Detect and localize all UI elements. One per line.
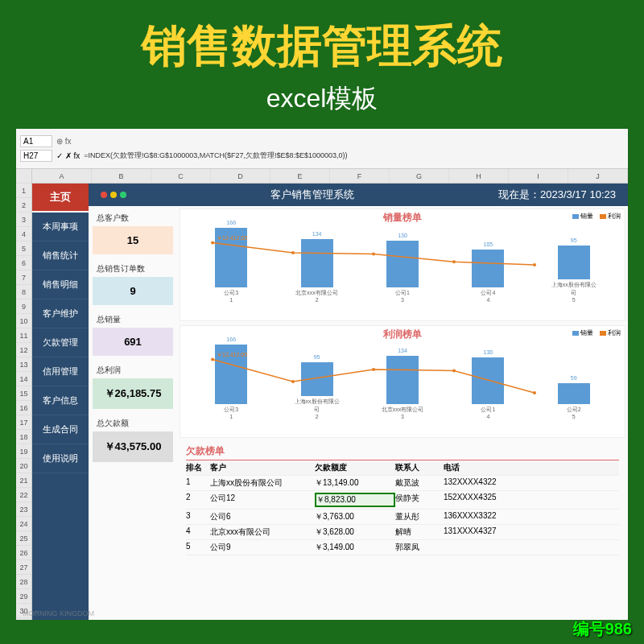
legend-box-icon <box>600 214 606 219</box>
bar-group: 130公司14 <box>464 357 512 419</box>
col-header[interactable]: H <box>449 169 509 183</box>
row-header[interactable]: 23 <box>16 502 31 517</box>
watermark: MORNING KINGDOM <box>23 609 94 617</box>
col-header[interactable]: I <box>509 169 568 183</box>
row-header[interactable]: 2 <box>16 198 31 213</box>
name-box-1[interactable]: A1 <box>20 135 52 147</box>
row-header[interactable]: 22 <box>16 488 31 502</box>
col-header[interactable]: D <box>211 169 270 183</box>
debt-cell[interactable]: 戴觅波 <box>395 477 444 489</box>
bar-value-label: 95 <box>571 237 577 243</box>
sidebar-item[interactable]: 使用说明 <box>32 444 89 473</box>
debt-cell[interactable]: 152XXXX4325 <box>444 493 619 507</box>
col-header[interactable]: J <box>568 169 628 183</box>
debt-cell[interactable]: 北京xxx有限公司 <box>210 526 315 538</box>
debt-cell[interactable]: ￥8,823.00 <box>315 493 395 507</box>
debt-cell[interactable]: ￥3,149.00 <box>315 542 395 553</box>
row-header[interactable]: 18 <box>16 430 31 444</box>
debt-cell[interactable]: 131XXXX4327 <box>444 526 619 538</box>
row-header[interactable]: 3 <box>16 213 31 227</box>
sidebar-home[interactable]: 主页 <box>32 184 89 213</box>
row-header[interactable]: 27 <box>16 560 31 575</box>
debt-cell[interactable]: 4 <box>186 526 210 538</box>
sidebar-item[interactable]: 欠款管理 <box>32 328 89 357</box>
col-header[interactable]: G <box>390 169 449 183</box>
debt-cell[interactable]: 侯静芙 <box>395 493 444 507</box>
circle-red <box>101 192 107 198</box>
sidebar-item[interactable]: 客户信息 <box>32 386 89 415</box>
sidebar-item[interactable]: 生成合同 <box>32 415 89 444</box>
stat-block: 总欠款额￥43,575.00 <box>93 415 173 462</box>
bar-category: 公司13 <box>378 289 427 303</box>
col-header[interactable]: F <box>330 169 390 183</box>
debt-cell[interactable]: 1 <box>186 477 210 489</box>
col-header[interactable]: B <box>92 169 151 183</box>
debt-row[interactable]: 2公司12￥8,823.00侯静芙152XXXX4325 <box>186 491 619 510</box>
bar-value-label: 166 <box>226 336 236 342</box>
row-headers[interactable]: 1234567891011121314151617181920212223242… <box>16 169 32 620</box>
debt-cell[interactable]: 公司6 <box>210 511 315 522</box>
row-header[interactable]: 14 <box>16 372 31 386</box>
row-header[interactable]: 12 <box>16 343 31 357</box>
row-header[interactable]: 5 <box>16 242 31 256</box>
sidebar-item[interactable]: 本周事项 <box>32 213 89 242</box>
bar-value-label: 105 <box>484 242 493 247</box>
bar-group: 134北京xxx有限公司3 <box>378 356 427 419</box>
row-header[interactable]: 15 <box>16 386 31 401</box>
debt-row[interactable]: 5公司9￥3,149.00郭翠凤 <box>186 540 619 555</box>
row-header[interactable]: 7 <box>16 270 31 285</box>
debt-row[interactable]: 1上海xx股份有限公司￥13,149.00戴觅波132XXXX4322 <box>186 476 619 491</box>
sidebar-item[interactable]: 销售明细 <box>32 270 89 299</box>
row-header[interactable]: 9 <box>16 299 31 314</box>
row-header[interactable]: 13 <box>16 357 31 372</box>
debt-cell[interactable]: ￥13,149.00 <box>315 477 395 489</box>
debt-cell[interactable]: ￥3,628.00 <box>315 526 395 538</box>
row-header[interactable]: 26 <box>16 546 31 560</box>
debt-row[interactable]: 3公司6￥3,763.00董从彤136XXXX3322 <box>186 510 619 525</box>
sidebar-item[interactable]: 销售统计 <box>32 242 89 270</box>
debt-cell[interactable]: ￥3,763.00 <box>315 511 395 522</box>
row-header[interactable]: 19 <box>16 444 31 459</box>
row-header[interactable]: 29 <box>16 589 31 604</box>
debt-cell[interactable]: 郭翠凤 <box>395 542 444 553</box>
debt-cell[interactable]: 2 <box>186 493 210 507</box>
row-header[interactable]: 10 <box>16 314 31 328</box>
row-header[interactable]: 11 <box>16 328 31 343</box>
sidebar-item[interactable]: 客户维护 <box>32 299 89 328</box>
col-header[interactable]: A <box>32 169 92 183</box>
col-headers[interactable]: ABCDEFGHIJ <box>32 169 628 184</box>
row-header[interactable]: 1 <box>16 184 31 198</box>
svg-point-2 <box>372 252 375 255</box>
row-header[interactable]: 24 <box>16 517 31 531</box>
formula-input[interactable]: =INDEX(欠款管理!G$8:G$1000003,MATCH($F27,欠款管… <box>84 151 624 161</box>
sidebar-item[interactable]: 信用管理 <box>32 357 89 386</box>
col-header[interactable]: C <box>151 169 211 183</box>
name-box-2[interactable]: H27 <box>20 150 52 162</box>
row-header[interactable]: 31 <box>16 618 31 620</box>
row-header[interactable]: 25 <box>16 531 31 546</box>
row-header[interactable]: 6 <box>16 256 31 270</box>
row-header[interactable]: 28 <box>16 575 31 589</box>
debt-cell[interactable]: 公司9 <box>210 542 315 553</box>
row-header[interactable]: 20 <box>16 459 31 473</box>
row-header[interactable]: 8 <box>16 285 31 299</box>
fx-icon[interactable]: ⊕ fx <box>56 137 72 146</box>
stat-label: 总客户数 <box>93 210 173 226</box>
debt-row[interactable]: 4北京xxx有限公司￥3,628.00解晴131XXXX4327 <box>186 525 619 540</box>
debt-cell[interactable]: 132XXXX4322 <box>444 477 619 489</box>
debt-cell[interactable]: 上海xx股份有限公司 <box>210 477 315 489</box>
debt-cell[interactable]: 5 <box>186 542 210 553</box>
debt-cell[interactable]: 136XXXX3322 <box>444 511 619 522</box>
debt-cell[interactable]: 公司12 <box>210 493 315 507</box>
svg-point-9 <box>452 369 456 372</box>
debt-cell[interactable] <box>444 542 619 553</box>
debt-cell[interactable]: 3 <box>186 511 210 522</box>
debt-cell[interactable]: 董从彤 <box>395 511 444 522</box>
debt-cell[interactable]: 解晴 <box>395 526 444 538</box>
row-header[interactable]: 21 <box>16 473 31 488</box>
bar-value-label: 130 <box>398 233 407 238</box>
row-header[interactable]: 17 <box>16 415 31 430</box>
row-header[interactable]: 16 <box>16 401 31 415</box>
row-header[interactable]: 4 <box>16 227 31 242</box>
col-header[interactable]: E <box>270 169 330 183</box>
